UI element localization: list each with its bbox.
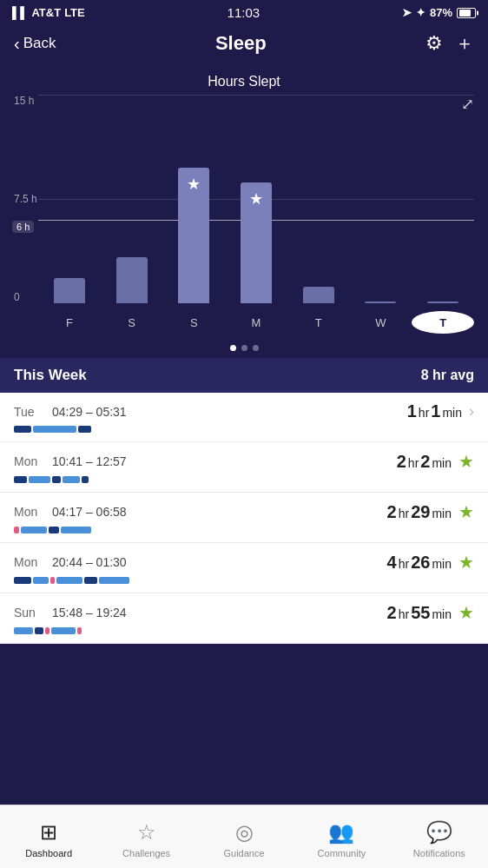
x-label-s1: S	[101, 316, 163, 329]
sleep-time-4: 20:44 – 01:30	[52, 555, 127, 569]
sleep-day-5: Sun	[14, 606, 42, 620]
x-label-today: T	[412, 311, 474, 334]
back-label: Back	[23, 35, 56, 52]
sleep-time-2: 10:41 – 12:57	[52, 454, 127, 468]
bar-m: ★	[241, 182, 272, 303]
sleep-day-1: Tue	[14, 405, 42, 419]
sleep-duration-2: 2 hr 2 min	[397, 452, 452, 472]
chart-title: Hours Slept	[14, 74, 474, 89]
header-icons: ⚙ ＋	[425, 30, 474, 56]
sleep-day-3: Mon	[14, 505, 42, 519]
carrier-label: AT&T	[31, 6, 61, 19]
bar-col-t1	[287, 95, 350, 303]
nav-dashboard-label: Dashboard	[25, 848, 72, 858]
sleep-bar-1	[14, 426, 474, 433]
star-icon-5: ★	[458, 602, 474, 623]
x-label-t1: T	[287, 316, 350, 329]
sleep-duration-5: 2 hr 55 min	[387, 603, 452, 623]
sleep-day-4: Mon	[14, 555, 42, 569]
bar-w	[365, 301, 396, 303]
sleep-time-5: 15:48 – 19:24	[52, 606, 127, 620]
dot-1	[230, 345, 236, 351]
sleep-time-3: 04:17 – 06:58	[52, 505, 127, 519]
network-label: LTE	[64, 6, 85, 19]
sleep-bar-2	[14, 476, 474, 483]
bar-col-w	[350, 95, 412, 303]
sleep-bar-4	[14, 577, 474, 584]
sleep-duration-1: 1 hr 1 min	[407, 401, 462, 421]
nav-community-label: Community	[318, 848, 366, 858]
status-time: 11:03	[228, 5, 260, 20]
bar-col-t2	[412, 95, 474, 303]
nav-dashboard[interactable]: ⊞ Dashboard	[0, 805, 97, 868]
nav-guidance[interactable]: ◎ Guidance	[195, 805, 293, 868]
bar-s2: ★	[178, 168, 209, 303]
x-label-m: M	[225, 316, 287, 329]
status-right: ➤ ✦ 87%	[402, 6, 476, 19]
star-icon-4: ★	[458, 552, 474, 573]
battery-label: 87%	[430, 6, 452, 19]
nav-guidance-label: Guidance	[223, 848, 264, 858]
signal-icon: ▌▌	[12, 6, 28, 19]
goal-label: 6 h	[12, 221, 34, 233]
dashboard-icon: ⊞	[40, 820, 57, 845]
back-button[interactable]: ‹ Back	[14, 34, 56, 54]
bar-t1	[303, 287, 334, 303]
nav-challenges-label: Challenges	[122, 848, 170, 858]
y-label-top: 15 h	[14, 95, 37, 107]
location-icon: ➤	[402, 6, 412, 19]
chevron-icon-1: ›	[469, 402, 474, 421]
y-axis-labels: 15 h 7.5 h 0	[14, 95, 37, 303]
bar-col-f	[38, 95, 101, 303]
x-label-s2: S	[162, 316, 225, 329]
status-bar: ▌▌ AT&T LTE 11:03 ➤ ✦ 87%	[0, 0, 488, 23]
sleep-list: Tue 04:29 – 05:31 1 hr 1 min › Mon 10:41	[0, 393, 488, 644]
sleep-item-2[interactable]: Mon 10:41 – 12:57 2 hr 2 min ★	[0, 442, 488, 493]
bluetooth-icon: ✦	[416, 6, 425, 19]
dot-indicators	[14, 338, 474, 358]
chart-section: Hours Slept ⤢ 15 h 7.5 h 0 6 h	[0, 65, 488, 358]
sleep-bar-5	[14, 627, 474, 634]
sleep-item-1[interactable]: Tue 04:29 – 05:31 1 hr 1 min ›	[0, 393, 488, 442]
sleep-time-1: 04:29 – 05:31	[52, 405, 127, 419]
sleep-duration-3: 2 hr 29 min	[387, 502, 452, 522]
sleep-item-5[interactable]: Sun 15:48 – 19:24 2 hr 55 min ★	[0, 593, 488, 644]
add-button[interactable]: ＋	[455, 30, 474, 56]
bar-f	[54, 278, 85, 303]
nav-community[interactable]: 👥 Community	[293, 805, 390, 868]
status-left: ▌▌ AT&T LTE	[12, 6, 85, 19]
nav-challenges[interactable]: ☆ Challenges	[97, 805, 195, 868]
bar-col-s1	[101, 95, 163, 303]
sleep-item-4[interactable]: Mon 20:44 – 01:30 4 hr 26 min ★	[0, 543, 488, 593]
y-label-mid: 7.5 h	[14, 193, 37, 205]
week-header: This Week 8 hr avg	[0, 358, 488, 393]
bar-star-m: ★	[249, 189, 263, 209]
dot-3	[253, 345, 259, 351]
x-label-f: F	[38, 316, 101, 329]
week-title: This Week	[14, 367, 87, 384]
settings-button[interactable]: ⚙	[425, 32, 443, 55]
notifications-icon: 💬	[426, 820, 452, 845]
star-icon-2: ★	[458, 451, 474, 472]
star-icon-3: ★	[458, 501, 474, 522]
bar-star-s2: ★	[187, 175, 201, 194]
page-title: Sleep	[215, 32, 267, 55]
x-axis-labels: F S S M T W T	[38, 307, 474, 338]
bar-col-s2: ★	[162, 95, 225, 303]
nav-notifications-label: Notifications	[413, 848, 465, 858]
header: ‹ Back Sleep ⚙ ＋	[0, 23, 488, 65]
chart-container: ⤢ 15 h 7.5 h 0 6 h	[14, 95, 474, 338]
guidance-icon: ◎	[235, 820, 254, 845]
sleep-day-2: Mon	[14, 454, 42, 468]
bar-t2	[427, 301, 458, 303]
bar-s1	[116, 257, 148, 303]
sleep-item-3[interactable]: Mon 04:17 – 06:58 2 hr 29 min ★	[0, 493, 488, 543]
y-label-bottom: 0	[14, 291, 37, 303]
sleep-duration-4: 4 hr 26 min	[387, 553, 452, 573]
sleep-bar-3	[14, 527, 474, 533]
bars-area: ★ ★	[38, 95, 474, 303]
week-avg: 8 hr avg	[421, 368, 474, 383]
x-label-w: W	[350, 316, 412, 329]
battery-icon	[457, 8, 476, 18]
nav-notifications[interactable]: 💬 Notifications	[391, 805, 488, 868]
